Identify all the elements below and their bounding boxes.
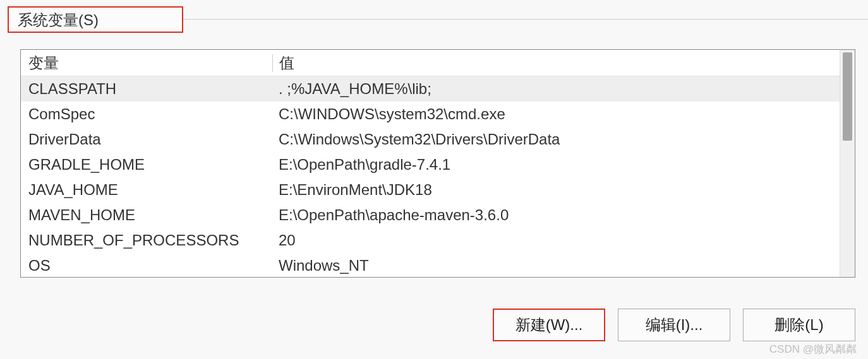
watermark: CSDN @微风粼粼: [769, 342, 857, 356]
new-button[interactable]: 新建(W)...: [493, 309, 605, 341]
section-divider: [183, 19, 868, 20]
cell-variable: ComSpec: [21, 105, 272, 123]
section-title-system-variables: 系统变量(S): [8, 6, 183, 33]
table-row[interactable]: GRADLE_HOMEE:\OpenPath\gradle-7.4.1: [21, 152, 840, 177]
cell-value: E:\EnvironMent\JDK18: [272, 181, 840, 199]
cell-value: 20: [272, 232, 840, 249]
scrollbar-thumb[interactable]: [843, 52, 852, 141]
table-content: 变量 值 CLASSPATH. ;%JAVA_HOME%\lib;ComSpec…: [21, 50, 840, 277]
system-variables-table: 变量 值 CLASSPATH. ;%JAVA_HOME%\lib;ComSpec…: [20, 49, 855, 278]
column-header-value[interactable]: 值: [273, 53, 840, 73]
table-row[interactable]: JAVA_HOMEE:\EnvironMent\JDK18: [21, 177, 840, 203]
button-row: 新建(W)... 编辑(I)... 删除(L): [493, 309, 855, 341]
table-row[interactable]: CLASSPATH. ;%JAVA_HOME%\lib;: [21, 76, 840, 102]
table-row[interactable]: ComSpecC:\WINDOWS\system32\cmd.exe: [21, 102, 840, 127]
table-row[interactable]: MAVEN_HOMEE:\OpenPath\apache-maven-3.6.0: [21, 203, 840, 228]
delete-button[interactable]: 删除(L): [743, 309, 855, 341]
cell-variable: OS: [21, 257, 272, 274]
cell-variable: MAVEN_HOME: [21, 206, 272, 224]
highlight-border: [8, 32, 183, 33]
cell-variable: GRADLE_HOME: [21, 156, 272, 174]
cell-value: E:\OpenPath\gradle-7.4.1: [272, 156, 840, 174]
table-row[interactable]: NUMBER_OF_PROCESSORS20: [21, 228, 840, 253]
table-row[interactable]: DriverDataC:\Windows\System32\Drivers\Dr…: [21, 127, 840, 152]
column-header-variable[interactable]: 变量: [21, 53, 272, 73]
cell-variable: DriverData: [21, 131, 272, 148]
table-body: CLASSPATH. ;%JAVA_HOME%\lib;ComSpecC:\WI…: [21, 76, 840, 277]
cell-value: C:\WINDOWS\system32\cmd.exe: [272, 105, 840, 123]
cell-value: Windows_NT: [272, 257, 840, 274]
cell-variable: CLASSPATH: [21, 80, 272, 98]
table-row[interactable]: OSWindows_NT: [21, 253, 840, 277]
cell-value: . ;%JAVA_HOME%\lib;: [272, 80, 840, 98]
edit-button[interactable]: 编辑(I)...: [618, 309, 730, 341]
cell-value: C:\Windows\System32\Drivers\DriverData: [272, 131, 840, 148]
scrollbar-track[interactable]: [840, 50, 855, 277]
cell-variable: NUMBER_OF_PROCESSORS: [21, 232, 272, 249]
table-header[interactable]: 变量 值: [21, 50, 840, 76]
cell-variable: JAVA_HOME: [21, 181, 272, 199]
cell-value: E:\OpenPath\apache-maven-3.6.0: [272, 206, 840, 224]
